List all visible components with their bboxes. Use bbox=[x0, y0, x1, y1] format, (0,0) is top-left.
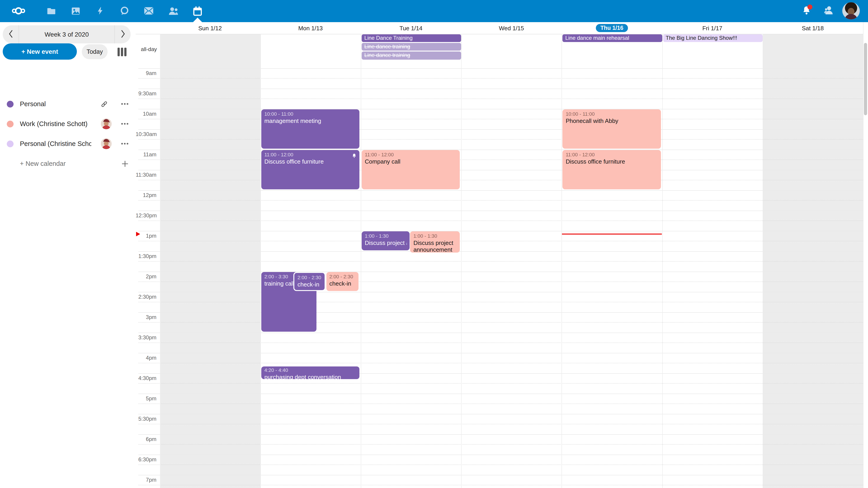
column-divider bbox=[863, 22, 864, 488]
today-button[interactable]: Today bbox=[82, 44, 107, 59]
calendar-event[interactable]: 10:00 - 11:00Phonecall with Abby bbox=[563, 109, 661, 149]
hour-gridline bbox=[138, 373, 863, 373]
event-title: purchasing dept conversation bbox=[264, 374, 356, 381]
week-label[interactable]: Week 3 of 2020 bbox=[19, 31, 114, 38]
contacts-icon[interactable] bbox=[166, 4, 180, 18]
column-divider bbox=[260, 22, 260, 488]
week-navigation: Week 3 of 2020 bbox=[3, 25, 131, 43]
all-day-event[interactable]: Line dance training bbox=[362, 43, 461, 51]
hour-gridline bbox=[138, 251, 863, 252]
event-time: 1:00 - 1:30 bbox=[413, 232, 457, 239]
hour-gridline bbox=[138, 414, 863, 414]
calendar-event[interactable]: 2:00 - 2:30check-in bbox=[293, 272, 326, 291]
event-title: Discuss office furniture bbox=[566, 158, 658, 165]
time-axis-label: 7pm bbox=[135, 477, 156, 483]
hour-gridline bbox=[138, 332, 863, 333]
event-title: management meeting bbox=[264, 117, 356, 124]
event-title: Phonecall with Abby bbox=[566, 117, 658, 124]
hour-gridline bbox=[138, 68, 863, 68]
calendar-owner-avatar bbox=[101, 138, 112, 149]
quarter-gridline bbox=[138, 200, 863, 201]
quarter-gridline bbox=[138, 98, 863, 99]
calendar-event[interactable]: 11:00 - 12:00Discuss office furniture bbox=[261, 150, 359, 189]
calendar-event[interactable]: 2:00 - 2:30check-in bbox=[326, 272, 359, 291]
all-day-label: all-day bbox=[135, 46, 157, 53]
calendar-actions-menu[interactable] bbox=[119, 119, 130, 129]
quarter-gridline bbox=[138, 160, 863, 160]
event-time: 4:20 - 4:40 bbox=[264, 367, 356, 373]
quarter-gridline bbox=[138, 363, 863, 363]
new-event-button[interactable]: + New event bbox=[3, 43, 77, 60]
time-axis-label: 9am bbox=[135, 70, 156, 76]
new-calendar-button[interactable]: + New calendar bbox=[0, 154, 135, 173]
calendar-owner-avatar bbox=[101, 119, 112, 129]
calendar-list-item[interactable]: Personal bbox=[0, 94, 135, 114]
event-title: check-in bbox=[298, 281, 322, 288]
quarter-gridline bbox=[138, 221, 863, 221]
time-axis-label: 12:30pm bbox=[135, 212, 156, 219]
calendar-name: Personal (Christine Scho... bbox=[20, 140, 91, 148]
vertical-scrollbar[interactable] bbox=[864, 43, 867, 115]
day-header-mon[interactable]: Mon 1/13 bbox=[260, 22, 361, 34]
event-title: check-in bbox=[329, 280, 356, 287]
notification-dot bbox=[807, 4, 812, 9]
calendar-list-item[interactable]: Work (Christine Schott) bbox=[0, 114, 135, 134]
today-pill: Thu 1/16 bbox=[596, 24, 628, 32]
talk-icon[interactable] bbox=[117, 4, 131, 18]
hour-gridline bbox=[138, 109, 863, 109]
calendar-icon[interactable] bbox=[190, 4, 205, 18]
all-day-event[interactable]: Line dance main rehearsal bbox=[563, 34, 662, 42]
all-day-event[interactable]: Line Dance Training bbox=[362, 34, 461, 42]
mail-icon[interactable] bbox=[142, 4, 156, 18]
calendar-color-dot bbox=[7, 101, 13, 107]
calendar-event[interactable]: 4:20 - 4:40purchasing dept conversation bbox=[261, 367, 359, 379]
link-share-icon[interactable] bbox=[98, 98, 110, 109]
photos-icon[interactable] bbox=[68, 4, 83, 18]
previous-week-button[interactable] bbox=[3, 25, 19, 43]
quarter-gridline bbox=[138, 282, 863, 282]
hour-gridline bbox=[138, 210, 863, 211]
calendar-event[interactable]: 1:00 - 1:30Discuss project announcement bbox=[410, 231, 460, 252]
day-header-fri[interactable]: Fri 1/17 bbox=[662, 22, 763, 34]
quarter-gridline bbox=[138, 302, 863, 302]
active-app-indicator bbox=[193, 18, 202, 22]
calendar-list-item[interactable]: Personal (Christine Scho... bbox=[0, 134, 135, 154]
nextcloud-logo[interactable] bbox=[11, 4, 26, 18]
event-time: 11:00 - 12:00 bbox=[566, 151, 658, 158]
calendar-event[interactable]: 11:00 - 12:00Company call bbox=[362, 150, 460, 189]
calendar-event[interactable]: 11:00 - 12:00Discuss office furniture bbox=[563, 150, 661, 189]
event-title: Discuss project announcement bbox=[413, 239, 457, 252]
next-week-button[interactable] bbox=[114, 25, 131, 43]
all-day-event[interactable]: Line dance training bbox=[362, 52, 461, 60]
calendar-event[interactable]: 10:00 - 11:00management meeting bbox=[261, 109, 359, 149]
calendar-actions-menu[interactable] bbox=[119, 138, 130, 149]
reminder-bell-icon bbox=[352, 152, 357, 160]
hour-gridline bbox=[138, 129, 863, 129]
current-time-line bbox=[562, 234, 662, 234]
calendar-color-dot bbox=[7, 121, 13, 127]
column-divider bbox=[562, 22, 562, 488]
files-icon[interactable] bbox=[44, 4, 58, 18]
nextcloud-calendar-app: Sun 1/12Mon 1/13Tue 1/14Wed 1/15Thu 1/16… bbox=[0, 0, 868, 488]
calendar-actions-menu[interactable] bbox=[119, 98, 130, 109]
user-avatar[interactable] bbox=[842, 2, 860, 20]
notifications-button[interactable] bbox=[799, 4, 814, 18]
calendar-event[interactable]: 1:00 - 1:30Discuss project announcement bbox=[362, 231, 410, 250]
quarter-gridline bbox=[138, 424, 863, 424]
view-toggle-button[interactable] bbox=[117, 47, 127, 57]
hour-gridline bbox=[138, 434, 863, 434]
activity-icon[interactable] bbox=[93, 4, 107, 18]
contacts-menu-button[interactable] bbox=[822, 4, 836, 18]
day-header-wed[interactable]: Wed 1/15 bbox=[461, 22, 561, 34]
hour-gridline bbox=[138, 271, 863, 272]
time-axis-label: 5:30pm bbox=[135, 416, 156, 422]
quarter-gridline bbox=[138, 119, 863, 119]
time-axis-label: 10am bbox=[135, 110, 156, 117]
time-axis-label: 4:30pm bbox=[135, 375, 156, 381]
quarter-gridline bbox=[138, 180, 863, 180]
day-header-sat[interactable]: Sat 1/18 bbox=[763, 22, 863, 34]
day-header-thu[interactable]: Thu 1/16 bbox=[562, 22, 662, 34]
all-day-event[interactable]: The Big Line Dancing Show!!! bbox=[663, 34, 763, 42]
day-header-tue[interactable]: Tue 1/14 bbox=[361, 22, 461, 34]
day-header-sun[interactable]: Sun 1/12 bbox=[160, 22, 260, 34]
